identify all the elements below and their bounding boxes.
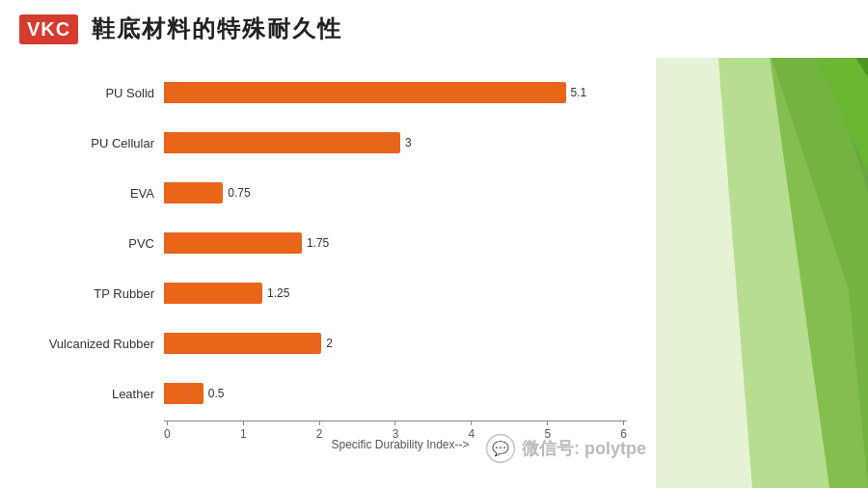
page-title: 鞋底材料的特殊耐久性 xyxy=(92,14,342,44)
tick-mark xyxy=(319,420,320,425)
bar-fill xyxy=(164,232,302,254)
bar-row: TP Rubber1.25 xyxy=(19,268,637,318)
tick-mark xyxy=(243,420,244,425)
svg-text:💬: 💬 xyxy=(492,440,509,457)
bar-label: EVA xyxy=(19,186,164,201)
bar-label: PVC xyxy=(19,236,164,251)
bar-value-label: 1.75 xyxy=(307,236,329,250)
bar-area: 3 xyxy=(164,118,637,168)
tick-mark xyxy=(394,420,395,425)
bar-area: 0.75 xyxy=(164,168,637,218)
bar-label: TP Rubber xyxy=(19,286,164,301)
chart-container: PU Solid5.1PU Cellular3EVA0.75PVC1.75TP … xyxy=(0,58,656,488)
bar-value-label: 5.1 xyxy=(571,86,587,99)
bar-row: PVC1.75 xyxy=(19,218,637,268)
bar-area: 1.25 xyxy=(164,268,637,318)
bar-fill xyxy=(164,383,203,404)
bar-label: PU Cellular xyxy=(19,136,164,150)
header: VKC 鞋底材料的特殊耐久性 xyxy=(0,0,868,58)
bar-fill xyxy=(164,333,321,354)
bar-value-label: 2 xyxy=(326,337,333,350)
bar-label: PU Solid xyxy=(19,86,164,100)
bar-value-label: 3 xyxy=(405,136,412,149)
bar-row: PU Cellular3 xyxy=(19,118,637,168)
bar-fill xyxy=(164,182,223,203)
bar-value-label: 0.5 xyxy=(208,387,225,400)
bar-value-label: 1.25 xyxy=(267,286,289,300)
svg-marker-2 xyxy=(656,0,868,488)
bar-label: Leather xyxy=(19,387,164,401)
watermark-text: 微信号: polytpe xyxy=(522,437,646,460)
tick-mark xyxy=(547,420,548,425)
svg-marker-1 xyxy=(714,0,868,488)
watermark: 💬 微信号: polytpe xyxy=(485,433,646,464)
chart-inner: PU Solid5.1PU Cellular3EVA0.75PVC1.75TP … xyxy=(19,68,637,449)
tick-mark xyxy=(167,420,168,425)
bar-row: Vulcanized Rubber2 xyxy=(19,318,637,368)
bar-fill xyxy=(164,132,400,153)
bar-area: 0.5 xyxy=(164,368,637,419)
bar-area: 1.75 xyxy=(164,218,637,268)
bar-value-label: 0.75 xyxy=(228,186,250,200)
bar-row: EVA0.75 xyxy=(19,168,637,218)
bar-row: PU Solid5.1 xyxy=(19,68,637,118)
bar-label: Vulcanized Rubber xyxy=(19,337,164,351)
tick-mark xyxy=(471,420,472,425)
bar-row: Leather0.5 xyxy=(19,368,637,419)
vkc-logo: VKC xyxy=(19,14,78,44)
tick-mark xyxy=(623,420,624,425)
bar-area: 5.1 xyxy=(164,68,637,118)
bar-fill xyxy=(164,82,566,103)
bar-fill xyxy=(164,283,262,304)
svg-marker-0 xyxy=(762,0,868,488)
bar-area: 2 xyxy=(164,318,637,368)
